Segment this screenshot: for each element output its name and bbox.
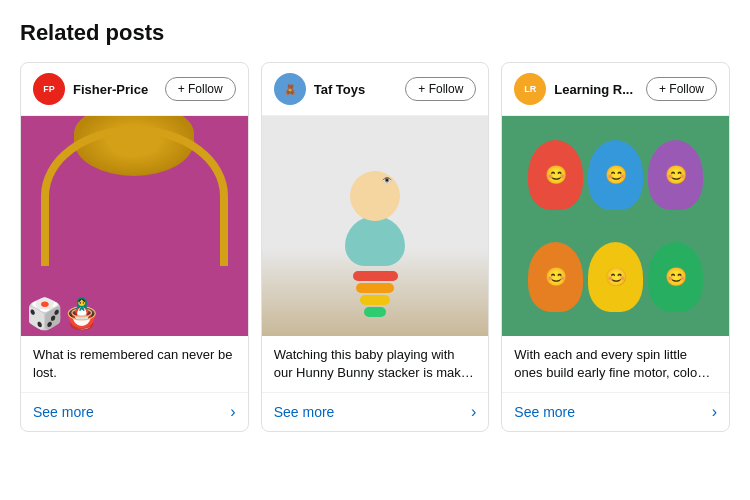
card-fisher-price: FP Fisher-Price + Follow 🎲🪆 What is reme…: [20, 62, 249, 432]
learning-resources-image: 😊 😊 😊 😊 😊 😊: [502, 116, 729, 336]
avocado-green: 😊: [648, 242, 703, 312]
learning-resources-chevron-icon: ›: [712, 403, 717, 421]
learning-resources-body: With each and every spin little ones bui…: [502, 336, 729, 392]
taf-toys-brand-name: Taf Toys: [314, 82, 398, 97]
avocado-red: 😊: [528, 140, 583, 210]
fisher-price-see-more-label: See more: [33, 404, 94, 420]
avocado-yellow: 😊: [588, 242, 643, 312]
learning-resources-brand-name: Learning R...: [554, 82, 638, 97]
toys-decoration: 🎲🪆: [26, 296, 100, 331]
taf-toys-see-more-label: See more: [274, 404, 335, 420]
taf-toys-logo: 🧸: [274, 73, 306, 105]
learning-resources-logo: LR: [514, 73, 546, 105]
learning-resources-see-more-label: See more: [514, 404, 575, 420]
stacker-toy: [350, 271, 400, 311]
learning-resources-follow-button[interactable]: + Follow: [646, 77, 717, 101]
card-learning-resources: LR Learning R... + Follow 😊 😊 😊 😊 😊 😊 Wi…: [501, 62, 730, 432]
card-header-fisher-price: FP Fisher-Price + Follow: [21, 63, 248, 116]
avocado-purple: 😊: [648, 140, 703, 210]
learning-resources-description: With each and every spin little ones bui…: [514, 346, 717, 382]
fisher-price-body: What is remembered can never be lost.: [21, 336, 248, 392]
cards-container: FP Fisher-Price + Follow 🎲🪆 What is reme…: [20, 62, 730, 432]
avocado-orange: 😊: [528, 242, 583, 312]
fisher-price-image: 🎲🪆: [21, 116, 248, 336]
section-title: Related posts: [20, 20, 730, 46]
fisher-price-follow-button[interactable]: + Follow: [165, 77, 236, 101]
taf-toys-chevron-icon: ›: [471, 403, 476, 421]
taf-toys-see-more[interactable]: See more ›: [262, 392, 489, 431]
fisher-price-see-more[interactable]: See more ›: [21, 392, 248, 431]
card-header-learning-resources: LR Learning R... + Follow: [502, 63, 729, 116]
taf-toys-description: Watching this baby playing with our Hunn…: [274, 346, 477, 382]
learning-resources-see-more[interactable]: See more ›: [502, 392, 729, 431]
fisher-price-chevron-icon: ›: [230, 403, 235, 421]
card-header-taf-toys: 🧸 Taf Toys + Follow: [262, 63, 489, 116]
fisher-price-description: What is remembered can never be lost.: [33, 346, 236, 382]
fisher-price-logo: FP: [33, 73, 65, 105]
baby-figure: 👁️: [335, 171, 415, 291]
taf-toys-follow-button[interactable]: + Follow: [405, 77, 476, 101]
card-taf-toys: 🧸 Taf Toys + Follow 👁️ Watching this bab…: [261, 62, 490, 432]
avocado-blue: 😊: [588, 140, 643, 210]
arch-decoration: [41, 126, 228, 266]
taf-toys-body: Watching this baby playing with our Hunn…: [262, 336, 489, 392]
baby-head: 👁️: [350, 171, 400, 221]
baby-body: [345, 216, 405, 266]
fisher-price-brand-name: Fisher-Price: [73, 82, 157, 97]
taf-toys-image: 👁️: [262, 116, 489, 336]
